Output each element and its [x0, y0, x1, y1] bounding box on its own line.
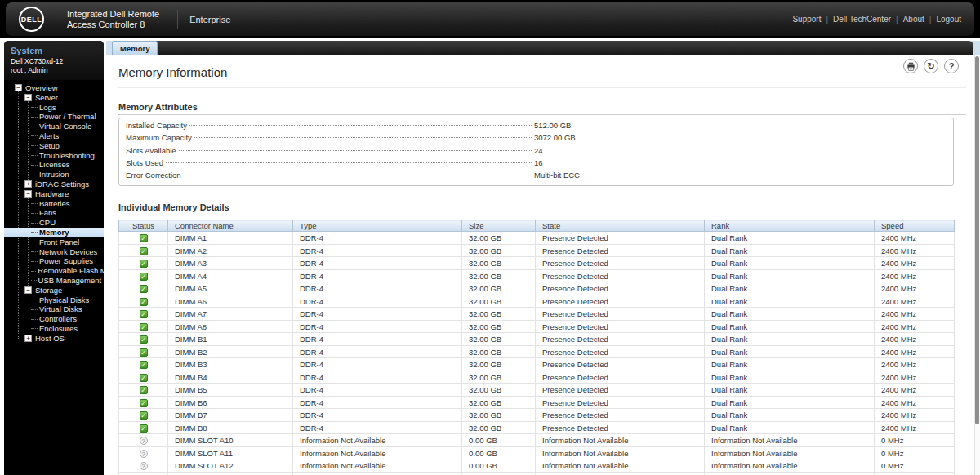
sidebar-item-label: Host OS [35, 334, 65, 344]
header-link-logout[interactable]: Logout [936, 15, 961, 24]
speed-cell: 0 MHz [875, 446, 955, 459]
column-header-rank[interactable]: Rank [705, 220, 875, 232]
sidebar-item-virtual-console[interactable]: Virtual Console [4, 122, 104, 131]
size-cell: 32.00 GB [462, 244, 536, 257]
state-cell: Presence Detected [536, 333, 705, 346]
sidebar-item-power-supplies[interactable]: Power Supplies [4, 256, 104, 266]
speed-cell: 2400 MHz [875, 320, 955, 333]
sidebar-item-logs[interactable]: Logs [4, 103, 104, 113]
rank-cell: Dual Rank [705, 295, 875, 308]
type-cell: DDR-4 [293, 308, 462, 321]
sidebar-item-label: Memory [39, 228, 69, 238]
type-cell: Information Not Available [293, 434, 462, 447]
sidebar-item-server[interactable]: −Server [4, 93, 104, 103]
sidebar-item-label: Virtual Console [39, 122, 91, 131]
connector-name-cell: DIMM A4 [168, 269, 293, 282]
sidebar-item-front-panel[interactable]: Front Panel [4, 238, 104, 247]
speed-cell: 2400 MHz [875, 232, 955, 245]
status-ok-icon: ✓ [140, 348, 148, 357]
attribute-value: 16 [534, 158, 947, 167]
connector-name-cell: DIMM B2 [168, 345, 293, 358]
status-ok-icon: ✓ [140, 424, 148, 433]
attribute-row: Slots Used16 [126, 158, 947, 171]
header-link-about[interactable]: About [903, 15, 924, 24]
sidebar-item-usb-management-port[interactable]: USB Management Port [4, 276, 104, 286]
status-ok-icon: ✓ [140, 335, 148, 344]
status-ok-icon: ✓ [140, 247, 148, 255]
attribute-value: Multi-bit ECC [534, 171, 947, 180]
type-cell: Information Not Available [293, 472, 462, 475]
table-row: ✓DIMM B1DDR-432.00 GBPresence DetectedDu… [119, 333, 955, 346]
collapse-icon[interactable]: − [24, 190, 32, 198]
state-cell: Information Not Available [536, 446, 705, 459]
rank-cell: Dual Rank [705, 282, 875, 295]
size-cell: 32.00 GB [462, 320, 536, 333]
status-cell: ? [119, 472, 168, 475]
link-separator: | [826, 15, 828, 24]
status-cell: ✓ [119, 384, 168, 397]
sidebar-item-controllers[interactable]: Controllers [4, 314, 104, 324]
sidebar-item-enclosures[interactable]: Enclosures [4, 324, 104, 334]
sidebar-item-physical-disks[interactable]: Physical Disks [4, 295, 104, 305]
sidebar-item-power-thermal[interactable]: Power / Thermal [4, 112, 104, 122]
header-link-support[interactable]: Support [792, 15, 821, 24]
table-row: ?DIMM SLOT A12Information Not Available0… [119, 459, 955, 473]
sidebar-item-virtual-disks[interactable]: Virtual Disks [4, 304, 104, 314]
state-cell: Information Not Available [536, 434, 705, 447]
sidebar-item-cpu[interactable]: CPU [4, 218, 104, 228]
column-header-status[interactable]: Status [119, 220, 168, 232]
tab-strip: Memory [106, 41, 980, 55]
sidebar-item-label: Batteries [39, 199, 70, 209]
sidebar-item-memory[interactable]: Memory [4, 228, 104, 238]
table-row: ?DIMM SLOT A9Information Not Available0.… [119, 472, 955, 475]
column-header-type[interactable]: Type [293, 220, 462, 232]
header-links: Support|Dell TechCenter|About|Logout [792, 15, 961, 24]
collapse-icon[interactable]: − [24, 94, 32, 101]
sidebar-item-host-os[interactable]: +Host OS [4, 334, 104, 344]
column-header-state[interactable]: State [536, 220, 705, 232]
rank-cell: Dual Rank [705, 333, 875, 346]
rank-cell: Dual Rank [705, 421, 875, 434]
sidebar-item-label: Server [35, 93, 58, 103]
rank-cell: Dual Rank [705, 269, 875, 282]
sidebar-item-hardware[interactable]: −Hardware [4, 189, 104, 199]
sidebar-item-removable-flash-media[interactable]: Removable Flash Media [4, 266, 104, 276]
speed-cell: 2400 MHz [875, 333, 955, 346]
collapse-icon[interactable]: − [24, 286, 32, 294]
sidebar-item-idrac-settings[interactable]: +iDRAC Settings [4, 180, 104, 189]
printer-icon[interactable] [903, 59, 918, 73]
sidebar-item-troubleshooting[interactable]: Troubleshooting [4, 151, 104, 161]
header-link-dell-techcenter[interactable]: Dell TechCenter [833, 15, 891, 24]
sidebar-item-setup[interactable]: Setup [4, 141, 104, 151]
size-cell: 32.00 GB [462, 257, 536, 270]
sidebar-item-network-devices[interactable]: Network Devices [4, 247, 104, 257]
sidebar-item-intrusion[interactable]: Intrusion [4, 170, 104, 180]
help-icon[interactable]: ? [944, 59, 959, 73]
sidebar-item-storage[interactable]: −Storage [4, 286, 104, 295]
system-title: System [11, 46, 97, 55]
sidebar-item-licenses[interactable]: Licenses [4, 160, 104, 170]
status-cell: ✓ [119, 333, 168, 346]
memory-attributes-heading: Memory Attributes [118, 102, 966, 115]
column-header-connector-name[interactable]: Connector Name [168, 220, 293, 232]
product-name-line1: Integrated Dell Remote [67, 9, 159, 20]
expand-icon[interactable]: + [24, 335, 32, 342]
table-row: ?DIMM SLOT A10Information Not Available0… [119, 434, 955, 447]
sidebar-item-batteries[interactable]: Batteries [4, 199, 104, 209]
sidebar-item-fans[interactable]: Fans [4, 208, 104, 218]
column-header-speed[interactable]: Speed [875, 220, 955, 232]
link-separator: | [896, 15, 898, 24]
type-cell: DDR-4 [293, 257, 462, 270]
refresh-icon[interactable]: ↻ [924, 59, 938, 73]
sidebar-header: System Dell XC730xd-12 root , Admin [4, 41, 104, 80]
expand-icon[interactable]: + [24, 180, 32, 188]
sidebar: System Dell XC730xd-12 root , Admin −Ove… [4, 41, 104, 475]
vertical-scrollbar-thumb[interactable] [975, 56, 979, 424]
status-ok-icon: ✓ [140, 323, 148, 331]
sidebar-item-overview[interactable]: −Overview [4, 83, 104, 93]
collapse-icon[interactable]: − [15, 84, 22, 91]
tab-memory[interactable]: Memory [112, 41, 158, 55]
sidebar-item-label: Physical Disks [39, 295, 89, 305]
sidebar-item-alerts[interactable]: Alerts [4, 131, 104, 141]
column-header-size[interactable]: Size [462, 220, 536, 232]
